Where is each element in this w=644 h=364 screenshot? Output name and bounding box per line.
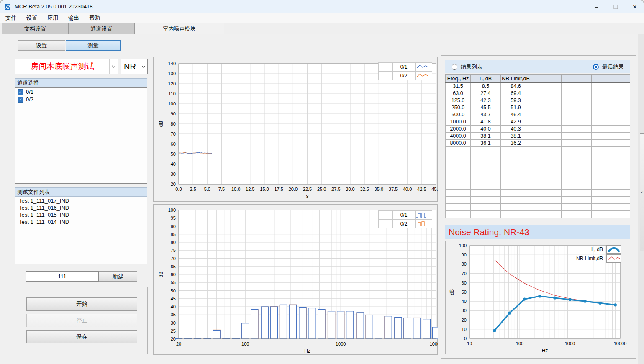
table-cell <box>592 111 630 118</box>
legend-row: 0/1 <box>379 63 432 72</box>
new-button[interactable]: 新建 <box>99 271 137 282</box>
main-tab-1[interactable]: 通道设置 <box>69 23 134 34</box>
tab-settings[interactable]: 设置 <box>18 40 65 51</box>
result-list-option[interactable]: 结果列表 <box>452 63 482 71</box>
table-row[interactable]: 250.045.551.9 <box>446 104 630 111</box>
table-cell: 84.6 <box>501 83 531 90</box>
table-cell <box>501 182 531 190</box>
file-item-1[interactable]: Test 1_111_016_IND <box>15 204 147 211</box>
start-button[interactable]: 开始 <box>26 297 137 311</box>
table-cell <box>531 104 562 111</box>
maximize-button[interactable] <box>606 0 625 13</box>
table-row[interactable]: 2000.040.040.3 <box>446 126 630 133</box>
table-cell <box>501 161 531 168</box>
maximize-icon <box>613 5 618 9</box>
svg-text:60: 60 <box>462 280 467 285</box>
table-cell <box>531 161 562 168</box>
menu-item-2[interactable]: 应用 <box>42 13 63 23</box>
close-button[interactable]: ✕ <box>625 0 644 13</box>
last-result-label: 最后结果 <box>602 63 624 71</box>
menu-bar: 文件设置应用输出帮助 <box>0 13 644 23</box>
svg-text:30.0: 30.0 <box>346 187 354 192</box>
table-row[interactable]: 63.027.469.4 <box>446 90 630 97</box>
menu-item-4[interactable]: 帮助 <box>84 13 105 23</box>
chevron-down-icon[interactable] <box>109 59 118 74</box>
menu-item-1[interactable]: 设置 <box>21 13 42 23</box>
results-mode-row: 结果列表 最后结果 <box>445 60 630 73</box>
legend-bars-icon[interactable] <box>416 220 432 228</box>
test-type-select[interactable]: 房间本底噪声测试 <box>15 59 118 74</box>
menu-item-0[interactable]: 文件 <box>0 13 21 23</box>
legend-thick-curve-icon[interactable] <box>606 245 621 254</box>
table-cell <box>531 204 562 211</box>
svg-text:75: 75 <box>171 248 176 253</box>
legend-line-icon[interactable] <box>416 72 432 80</box>
channel-label: 0/1 <box>26 89 33 95</box>
channel-item-0/2[interactable]: ✓0/2 <box>15 95 147 103</box>
table-cell: 42.3 <box>471 97 501 104</box>
main-tab-0[interactable]: 文档设置 <box>2 23 69 34</box>
table-row[interactable]: 8000.036.136.2 <box>446 140 630 147</box>
last-result-option[interactable]: 最后结果 <box>593 63 624 71</box>
chevron-down-icon[interactable] <box>139 59 147 74</box>
menu-item-3[interactable]: 输出 <box>63 13 84 23</box>
table-cell <box>592 197 630 204</box>
rating-type-select[interactable]: NR <box>121 59 148 74</box>
minimize-button[interactable]: – <box>587 0 606 13</box>
legend-line-icon[interactable] <box>416 63 432 72</box>
test-file-list[interactable]: Test 1_111_017_INDTest 1_111_016_INDTest… <box>15 197 147 264</box>
table-cell <box>592 133 630 140</box>
svg-text:90: 90 <box>171 111 176 116</box>
channel-item-0/1[interactable]: ✓0/1 <box>15 88 147 95</box>
legend-label: 0/1 <box>393 63 416 72</box>
file-item-0[interactable]: Test 1_111_017_IND <box>15 197 147 204</box>
table-cell <box>501 168 531 175</box>
table-cell <box>471 197 501 204</box>
chart-legend: 0/10/2 <box>378 210 432 228</box>
table-cell <box>446 154 471 161</box>
chart-legend: 0/10/2 <box>378 62 432 80</box>
file-item-2[interactable]: Test 1_111_015_IND <box>15 211 147 218</box>
svg-text:90: 90 <box>462 252 467 257</box>
checkbox-checked-icon[interactable]: ✓ <box>18 97 23 103</box>
channel-list[interactable]: ✓0/1✓0/2 <box>15 87 147 184</box>
tab-measure[interactable]: 测量 <box>66 40 121 51</box>
table-cell <box>562 197 592 204</box>
table-row[interactable]: 500.043.746.4 <box>446 111 630 118</box>
svg-text:55: 55 <box>171 280 176 285</box>
table-row-empty <box>446 204 630 211</box>
collapse-panel-button[interactable]: < <box>640 133 644 251</box>
results-table[interactable]: Freq., HzL, dBNR Limit,dB 31.58.584.663.… <box>445 74 630 218</box>
rating-type-value: NR <box>124 62 136 72</box>
checkbox-checked-icon[interactable]: ✓ <box>18 89 23 95</box>
svg-text:65: 65 <box>171 264 176 269</box>
table-cell <box>531 190 562 197</box>
result-list-radio[interactable] <box>452 64 457 70</box>
table-cell: 36.1 <box>471 140 501 147</box>
legend-bars-icon[interactable] <box>416 211 432 220</box>
table-row[interactable]: 125.042.359.3 <box>446 97 630 104</box>
table-cell: 43.7 <box>471 111 501 118</box>
table-cell <box>531 83 562 90</box>
table-cell <box>531 182 562 190</box>
table-row[interactable]: 4000.038.138.1 <box>446 133 630 140</box>
file-item-3[interactable]: Test 1_111_014_IND <box>15 218 147 226</box>
table-row-empty <box>446 182 630 190</box>
legend-thin-zigzag-icon[interactable] <box>606 254 621 263</box>
table-row[interactable]: 1000.041.842.9 <box>446 118 630 126</box>
table-cell <box>501 175 531 182</box>
table-cell <box>531 154 562 161</box>
main-tab-2[interactable]: 室内噪声模块 <box>134 23 224 34</box>
last-result-radio[interactable] <box>593 64 599 70</box>
table-cell: 250.0 <box>446 104 471 111</box>
save-button[interactable]: 保存 <box>26 330 137 343</box>
svg-text:100: 100 <box>168 208 176 213</box>
table-row[interactable]: 31.58.584.6 <box>446 83 630 90</box>
svg-text:35.0: 35.0 <box>375 187 383 192</box>
table-cell <box>592 161 630 168</box>
table-cell <box>592 204 630 211</box>
file-name-input[interactable] <box>26 271 99 282</box>
table-cell: 4000.0 <box>446 133 471 140</box>
table-cell: 27.4 <box>471 90 501 97</box>
svg-text:0: 0 <box>464 336 467 341</box>
